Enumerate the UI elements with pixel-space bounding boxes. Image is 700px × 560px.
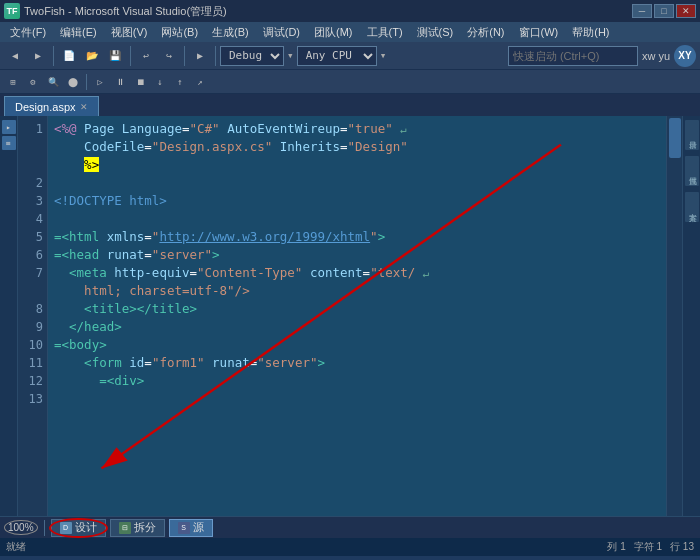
line-num-10: 10 — [29, 336, 43, 354]
window-title: TwoFish - Microsoft Visual Studio(管理员) — [24, 4, 632, 19]
right-sidebar: 目录 属性 方案 — [682, 116, 700, 516]
new-button[interactable]: 📄 — [58, 45, 80, 67]
right-sidebar-item-2[interactable]: 属性 — [685, 156, 699, 186]
tb2-btn-6[interactable]: ⏸ — [111, 73, 129, 91]
tb2-btn-1[interactable]: ⊞ — [4, 73, 22, 91]
user-label: xw yu — [642, 50, 670, 62]
menu-test[interactable]: 测试(S) — [411, 24, 460, 41]
line-num-5: 5 — [36, 228, 43, 246]
config-select[interactable]: Debug — [220, 46, 284, 66]
tab-label: Design.aspx — [15, 101, 76, 113]
quick-launch-input[interactable] — [508, 46, 638, 66]
tb2-btn-4[interactable]: ⬤ — [64, 73, 82, 91]
menu-build[interactable]: 生成(B) — [206, 24, 255, 41]
menu-tools[interactable]: 工具(T) — [361, 24, 409, 41]
zoom-level: 100% — [4, 520, 38, 535]
code-line-11: <form id="form1" runat="server"> — [54, 354, 662, 372]
design-tab-icon: D — [60, 522, 72, 534]
vertical-scrollbar[interactable] — [666, 116, 682, 516]
save-button[interactable]: 💾 — [104, 45, 126, 67]
line-num-6: 6 — [36, 246, 43, 264]
bottom-tab-design[interactable]: D 设计 — [51, 519, 106, 537]
code-content[interactable]: <%@ Page Language="C#" AutoEventWireup="… — [48, 116, 666, 516]
left-sidebar: ▸ ≡ — [0, 116, 18, 516]
code-line-7: <meta http-equiv="Content-Type" content=… — [54, 264, 662, 282]
menu-view[interactable]: 视图(V) — [105, 24, 154, 41]
menu-help[interactable]: 帮助(H) — [566, 24, 615, 41]
line-num-3: 3 — [36, 192, 43, 210]
sidebar-icon-2[interactable]: ≡ — [2, 136, 16, 150]
line-num-7: 7 — [36, 264, 43, 282]
status-char: 字符 1 — [634, 540, 662, 554]
menu-website[interactable]: 网站(B) — [155, 24, 204, 41]
bottom-tab-split[interactable]: ⊟ 拆分 — [110, 519, 165, 537]
menu-analyze[interactable]: 分析(N) — [461, 24, 510, 41]
status-ln: 行 13 — [670, 540, 694, 554]
forward-button[interactable]: ▶ — [27, 45, 49, 67]
zoom-area: 100% — [4, 520, 38, 535]
design-tab-label: 设计 — [75, 520, 97, 535]
undo-button[interactable]: ↩ — [135, 45, 157, 67]
user-avatar[interactable]: XY — [674, 45, 696, 67]
toolbar-right: xw yu XY — [508, 45, 696, 67]
toolbar-left: ◀ ▶ 📄 📂 💾 ↩ ↪ ▶ Debug ▾ Any CPU ▾ — [4, 45, 388, 67]
app-icon: TF — [4, 3, 20, 19]
tb2-btn-10[interactable]: ↗ — [191, 73, 209, 91]
title-bar: TF TwoFish - Microsoft Visual Studio(管理员… — [0, 0, 700, 22]
scrollbar-thumb[interactable] — [669, 118, 681, 158]
code-line-9: </head> — [54, 318, 662, 336]
line-num-11: 11 — [29, 354, 43, 372]
tab-bar: Design.aspx ✕ — [0, 94, 700, 116]
split-tab-icon: ⊟ — [119, 522, 131, 534]
bottom-tab-bar: 100% D 设计 ⊟ 拆分 S 源 — [0, 516, 700, 538]
menu-team[interactable]: 团队(M) — [308, 24, 359, 41]
bottom-tab-source[interactable]: S 源 — [169, 519, 213, 537]
close-button[interactable]: ✕ — [676, 4, 696, 18]
tb2-btn-3[interactable]: 🔍 — [44, 73, 62, 91]
code-line-8: <title></title> — [54, 300, 662, 318]
code-editor[interactable]: 1 2 3 4 5 6 7 8 9 10 11 12 13 <%@ Page L… — [18, 116, 682, 516]
line-num-2: 2 — [36, 174, 43, 192]
open-button[interactable]: 📂 — [81, 45, 103, 67]
menu-edit[interactable]: 编辑(E) — [54, 24, 103, 41]
code-line-3: <!DOCTYPE html> — [54, 192, 662, 210]
right-sidebar-item-1[interactable]: 目录 — [685, 120, 699, 150]
window-controls[interactable]: ─ □ ✕ — [632, 4, 696, 18]
status-text: 就绪 — [6, 540, 26, 554]
right-sidebar-item-3[interactable]: 方案 — [685, 192, 699, 222]
line-num-4: 4 — [36, 210, 43, 228]
code-line-1: <%@ Page Language="C#" AutoEventWireup="… — [54, 120, 662, 138]
code-line-13 — [54, 390, 662, 408]
tb2-btn-7[interactable]: ⏹ — [131, 73, 149, 91]
line-num-blank1 — [36, 138, 43, 156]
back-button[interactable]: ◀ — [4, 45, 26, 67]
code-line-blank2 — [54, 210, 662, 228]
line-num-13: 13 — [29, 390, 43, 408]
tb2-btn-2[interactable]: ⚙ — [24, 73, 42, 91]
sidebar-icon-1[interactable]: ▸ — [2, 120, 16, 134]
line-numbers: 1 2 3 4 5 6 7 8 9 10 11 12 13 — [18, 116, 48, 516]
redo-button[interactable]: ↪ — [158, 45, 180, 67]
code-line-7b: html; charset=utf-8"/> — [54, 282, 662, 300]
main-area: ▸ ≡ 1 2 3 4 5 6 7 8 9 10 11 12 13 <%@ Pa… — [0, 116, 700, 516]
tab-close-icon[interactable]: ✕ — [80, 102, 88, 112]
status-bar: 就绪 列 1 字符 1 行 13 — [0, 538, 700, 556]
maximize-button[interactable]: □ — [654, 4, 674, 18]
line-num-blank2 — [36, 156, 43, 174]
start-button[interactable]: ▶ — [189, 45, 211, 67]
cpu-select[interactable]: Any CPU — [297, 46, 377, 66]
menu-debug[interactable]: 调试(D) — [257, 24, 306, 41]
code-line-5: =<html xmlns="http://www.w3.org/1999/xht… — [54, 228, 662, 246]
menu-file[interactable]: 文件(F) — [4, 24, 52, 41]
menu-window[interactable]: 窗口(W) — [513, 24, 565, 41]
line-num-12: 12 — [29, 372, 43, 390]
tb2-btn-8[interactable]: ↓ — [151, 73, 169, 91]
tab-design-aspx[interactable]: Design.aspx ✕ — [4, 96, 99, 116]
line-num-8: 8 — [36, 300, 43, 318]
source-tab-label: 源 — [193, 520, 204, 535]
minimize-button[interactable]: ─ — [632, 4, 652, 18]
tb2-btn-5[interactable]: ▷ — [91, 73, 109, 91]
tb2-btn-9[interactable]: ↑ — [171, 73, 189, 91]
line-num-9: 9 — [36, 318, 43, 336]
secondary-toolbar: ⊞ ⚙ 🔍 ⬤ ▷ ⏸ ⏹ ↓ ↑ ↗ — [0, 70, 700, 94]
